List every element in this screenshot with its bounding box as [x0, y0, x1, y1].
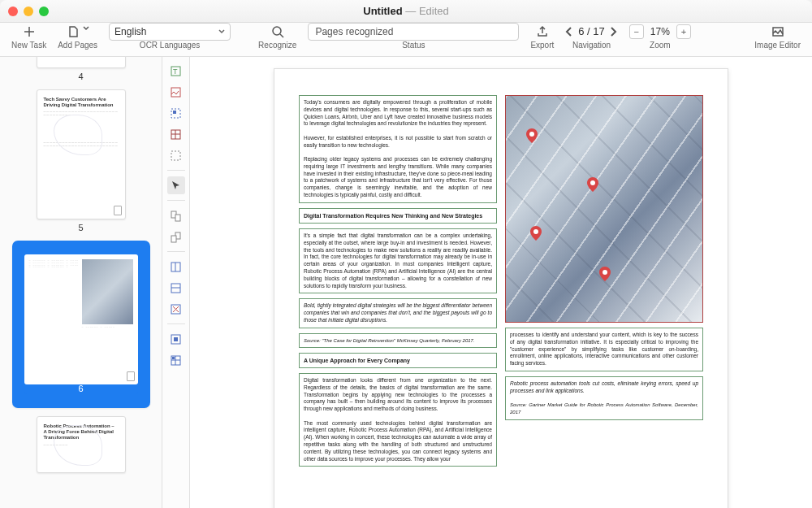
table-split[interactable]: [167, 351, 185, 369]
new-task-button[interactable]: New Task: [6, 23, 51, 57]
recognize-button[interactable]: Recognize: [253, 23, 301, 57]
recognize-label: Recognize: [258, 41, 296, 50]
nav-text: 6 / 17: [578, 25, 605, 37]
language-select[interactable]: English: [109, 23, 231, 41]
heading-zone[interactable]: Digital Transformation Requires New Thin…: [299, 208, 497, 224]
table-merge[interactable]: [167, 330, 185, 348]
next-page-button[interactable]: [610, 26, 618, 37]
toolbar: New Task Add Pages English OCR Languages…: [0, 23, 812, 57]
text-zone[interactable]: Digital transformation looks different f…: [299, 373, 497, 467]
minimize-window-button[interactable]: [24, 7, 33, 16]
svg-point-20: [529, 132, 534, 137]
svg-point-22: [603, 270, 607, 275]
add-pages-label: Add Pages: [58, 41, 97, 50]
ocr-languages-group: English OCR Languages: [104, 23, 235, 57]
image-editor-button[interactable]: Image Editor: [749, 23, 806, 57]
status-field: Pages recognized: [308, 23, 519, 41]
image-icon: [771, 25, 784, 38]
text-area-tool[interactable]: T: [167, 62, 185, 80]
zoom-group: − 17% + Zoom: [624, 23, 696, 57]
thumb-7[interactable]: Robotic Process Automation – A Driving F…: [5, 416, 157, 473]
plus-icon: [23, 25, 36, 38]
thumb-num-6: 6: [24, 383, 138, 394]
order-tool-1[interactable]: [167, 206, 185, 224]
magnify-icon: [271, 25, 284, 38]
image-editor-label: Image Editor: [754, 41, 801, 50]
status-label: Status: [402, 41, 425, 50]
navigation-group: 6 / 17 Navigation: [560, 23, 623, 57]
svg-rect-12: [171, 236, 176, 242]
svg-text:T: T: [173, 67, 178, 76]
para3: Replacing older legacy systems and proce…: [304, 156, 492, 198]
window-controls: [8, 7, 49, 16]
export-label: Export: [530, 41, 554, 50]
area-tools-rail: T: [162, 57, 190, 508]
ocr-languages-label: OCR Languages: [140, 41, 201, 50]
status-value: Pages recognized: [315, 26, 393, 37]
text-zone[interactable]: Today's consumers are digitally empowere…: [299, 95, 497, 203]
maximize-window-button[interactable]: [39, 7, 49, 16]
quote-zone[interactable]: Bold, tightly integrated digital strateg…: [299, 298, 497, 328]
thumb-5[interactable]: Tech Savvy Customers Are Driving Digital…: [5, 89, 157, 232]
table-area-tool[interactable]: [167, 125, 185, 143]
para6: The most commonly used technologies behi…: [304, 420, 492, 462]
order-tool-2[interactable]: [167, 228, 185, 245]
para5: Digital transformation looks different f…: [304, 377, 492, 411]
heading-zone[interactable]: A Unique Approach for Every Company: [299, 353, 497, 368]
thumbnails-sidebar[interactable]: 4 Tech Savvy Customers Are Driving Digit…: [0, 57, 162, 508]
para1: Today's consumers are digitally empowere…: [304, 99, 492, 126]
picture-zone[interactable]: [505, 95, 703, 323]
main-area: 4 Tech Savvy Customers Are Driving Digit…: [0, 57, 812, 508]
source-zone[interactable]: Source: "The Case for Digital Reinventio…: [299, 333, 497, 348]
svg-rect-4: [171, 88, 180, 97]
thumb-num-4: 4: [78, 72, 83, 81]
zoom-out-button[interactable]: −: [629, 24, 644, 39]
window-title: Untitled — Edited: [363, 5, 449, 17]
edited-indicator: — Edited: [405, 5, 448, 17]
svg-point-0: [273, 27, 281, 35]
zoom-in-button[interactable]: +: [676, 24, 691, 39]
chevron-down-icon: [218, 28, 225, 35]
svg-rect-10: [175, 215, 180, 221]
thumb-num-5: 5: [78, 223, 83, 232]
table-add-hsplit[interactable]: [167, 279, 185, 297]
text-zone[interactable]: processes to identify and understand you…: [505, 328, 703, 371]
right-column: processes to identify and understand you…: [505, 95, 703, 471]
picture-area-tool[interactable]: [167, 83, 185, 101]
svg-point-21: [590, 180, 595, 185]
pointer-tool[interactable]: [167, 176, 185, 194]
export-icon: [536, 25, 549, 38]
thumb-4[interactable]: 4: [5, 57, 157, 81]
close-window-button[interactable]: [8, 7, 18, 16]
text-zone[interactable]: It's a simple fact that digital transfor…: [299, 228, 497, 293]
document-viewport[interactable]: Today's consumers are digitally empowere…: [190, 57, 812, 508]
add-pages-button[interactable]: Add Pages: [53, 23, 102, 57]
titlebar: Untitled — Edited: [0, 0, 812, 23]
status-group: Pages recognized Status: [303, 23, 524, 57]
quote2: Robotic process automation tools cut cos…: [510, 380, 698, 393]
recognition-area-tool[interactable]: [167, 146, 185, 164]
thumb-6-selected[interactable]: — — — — — — — — — — — — — — — — — — — — …: [5, 241, 157, 408]
table-add-vsplit[interactable]: [167, 258, 185, 276]
bg-picture-area-tool[interactable]: [167, 104, 185, 122]
page-6: Today's consumers are digitally empowere…: [274, 68, 728, 508]
language-value: English: [114, 26, 146, 37]
src2: Source: Gartner Market Guide for Robotic…: [510, 402, 698, 415]
new-task-label: New Task: [11, 41, 46, 50]
svg-rect-19: [172, 357, 175, 359]
export-button[interactable]: Export: [525, 23, 559, 57]
zoom-value: 17%: [647, 26, 673, 37]
quote-zone[interactable]: Robotic process automation tools cut cos…: [505, 376, 703, 420]
svg-rect-6: [173, 111, 176, 114]
zoom-label: Zoom: [650, 41, 671, 50]
thumb-5-title: Tech Savvy Customers Are Driving Digital…: [44, 97, 119, 108]
doc-title: Untitled: [363, 5, 402, 17]
table-del-split[interactable]: [167, 300, 185, 318]
navigation-label: Navigation: [572, 41, 611, 50]
left-column: Today's consumers are digitally empowere…: [299, 95, 497, 471]
svg-rect-17: [174, 337, 178, 341]
chevron-down-icon: [83, 25, 89, 38]
prev-page-button[interactable]: [565, 26, 573, 37]
para2: However, for established enterprises, it…: [304, 135, 492, 148]
svg-rect-8: [171, 151, 180, 160]
